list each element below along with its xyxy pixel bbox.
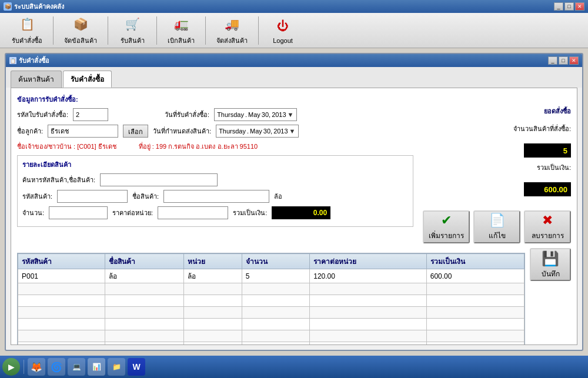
product-unit-label: ล้อ xyxy=(274,191,282,202)
add-item-label: เพิ่มรายการ xyxy=(429,230,464,241)
invoice-row: รหัสใบรับคำสั่งซื้อ: วันที่รับคำสั่งซื้อ… xyxy=(17,108,413,121)
col-code: รหัสสินค้า xyxy=(18,254,105,269)
menu-ship[interactable]: 🚚 จัดส่งสินค้า xyxy=(209,12,255,48)
unit-price-input[interactable] xyxy=(158,206,228,219)
order-date-dropdown-icon[interactable]: ▼ xyxy=(288,111,294,118)
col-unit: หน่วย xyxy=(183,254,242,269)
maximize-button[interactable]: □ xyxy=(564,2,574,11)
menu-bar: 📋 รับคำสั่งซื้อ 📦 จัดข้อสินค้า 🛒 รับสินค… xyxy=(0,13,588,48)
checkmark-icon: ✔ xyxy=(441,213,452,228)
taskbar-app5[interactable]: 📁 xyxy=(108,358,125,376)
product-code-input[interactable] xyxy=(57,190,128,203)
main-area: 📋 รับคำสั่งซื้อ _ □ ✕ ค้นหาสินค้า รับคำส… xyxy=(0,48,588,356)
save-icon: 💾 xyxy=(542,250,559,267)
qty-input[interactable] xyxy=(49,206,108,219)
order-date-label: วันที่รับคำสั่งซื้อ: xyxy=(165,109,209,120)
inner-minimize-button[interactable]: _ xyxy=(548,56,557,65)
customer-info-row: ชื่อเจ้าของ/ชาวบ้าน : [C001] ธีรเดช ที่อ… xyxy=(17,141,413,152)
taskbar-app2[interactable]: 🌀 xyxy=(48,358,65,376)
receive-icon: 🛒 xyxy=(123,15,142,34)
total-label: รวมเป็นเงิน: xyxy=(537,162,571,173)
taskbar-separator xyxy=(24,360,24,374)
tab-order[interactable]: รับคำสั่งซื้อ xyxy=(63,71,112,88)
customer-input[interactable] xyxy=(48,125,118,138)
order-icon: 📋 xyxy=(18,15,36,34)
menu-cancel[interactable]: 🚛 เบิกสินค้า xyxy=(161,12,202,48)
edit-item-button[interactable]: 📄 แก้ไข xyxy=(473,210,520,243)
inner-maximize-button[interactable]: □ xyxy=(559,56,568,65)
close-button[interactable]: ✕ xyxy=(575,2,584,11)
count-label: จำนวนสินค้าที่สั่งซื้อ: xyxy=(513,123,571,134)
delivery-date-date: 30, xyxy=(263,128,272,135)
order-date-field[interactable]: Thursday . May 30, 2013 ▼ xyxy=(214,108,296,121)
save-button[interactable]: 💾 บันทึก xyxy=(530,248,571,281)
taskbar-app3[interactable]: 💻 xyxy=(68,358,85,376)
product-fields-row: รหัสสินค้า: ชื่อสินค้า: ล้อ xyxy=(22,190,408,203)
row-total-label: รวมเป็นเงิน: xyxy=(233,208,267,218)
total-value: 600.00 xyxy=(524,182,571,196)
select-customer-button[interactable]: เลือก xyxy=(123,125,148,138)
menu-separator-2 xyxy=(108,16,108,45)
col-qty: จำนวน xyxy=(242,254,309,269)
delivery-date-field[interactable]: Thursday . May 30, 2013 ▼ xyxy=(216,125,298,138)
table-row: P001ล้อล้อ5120.00600.00 xyxy=(18,269,524,283)
menu-separator-5 xyxy=(258,16,259,45)
product-code-label: รหัสสินค้า: xyxy=(22,191,52,202)
product-table: รหัสสินค้า ชื่อสินค้า หน่วย จำนวน ราคาต่… xyxy=(18,253,524,345)
invoice-input[interactable] xyxy=(73,108,108,121)
customer-label: ชื่อลูกค้า: xyxy=(17,126,43,136)
minimize-button[interactable]: _ xyxy=(554,2,563,11)
col-name: ชื่อสินค้า xyxy=(105,254,183,269)
menu-order-label: รับคำสั่งซื้อ xyxy=(12,35,42,46)
product-detail-title: รายละเอียดสินค้า xyxy=(22,159,408,170)
menu-separator-1 xyxy=(53,16,54,45)
menu-cancel-label: เบิกสินค้า xyxy=(168,35,195,46)
delivery-date-day: Thursday xyxy=(219,128,246,135)
ship-icon: 🚚 xyxy=(223,15,242,34)
taskbar-app4[interactable]: 📊 xyxy=(88,358,105,376)
col-total: รวมเป็นเงิน xyxy=(426,254,524,269)
inner-close-button[interactable]: ✕ xyxy=(569,56,579,65)
manage-icon: 📦 xyxy=(71,15,90,34)
title-bar: 📦 ระบบสินค้าคงคลัง _ □ ✕ xyxy=(0,0,588,13)
invoice-label: รหัสใบรับคำสั่งซื้อ: xyxy=(17,109,68,120)
qty-label: จำนวน: xyxy=(22,208,44,218)
delivery-date-label: วันที่กำหนดส่งสินค้า: xyxy=(153,126,211,136)
inner-window-controls: _ □ ✕ xyxy=(548,56,579,65)
cancel-icon: 🚛 xyxy=(172,15,191,34)
start-button[interactable]: ▶ xyxy=(2,358,20,376)
delete-icon: ✖ xyxy=(542,213,553,228)
delete-item-button[interactable]: ✖ ลบรายการ xyxy=(524,210,571,243)
inner-window: 📋 รับคำสั่งซื้อ _ □ ✕ ค้นหาสินค้า รับคำส… xyxy=(5,53,583,351)
table-row-empty xyxy=(18,330,524,342)
edit-item-label: แก้ไข xyxy=(489,230,506,241)
customer-row: ชื่อลูกค้า: เลือก วันที่กำหนดส่งสินค้า: … xyxy=(17,125,413,138)
table-row-empty xyxy=(18,342,524,346)
menu-logout-label: Logout xyxy=(273,37,293,44)
table-row-empty xyxy=(18,283,524,295)
product-name-input[interactable] xyxy=(163,190,269,203)
count-value: 5 xyxy=(524,143,571,158)
add-item-button[interactable]: ✔ เพิ่มรายการ xyxy=(423,210,470,243)
table-row-empty xyxy=(18,295,524,307)
form-section-title: ข้อมูลการรับคำสั่งซื้อ: xyxy=(17,94,413,105)
total-row: รวมเป็นเงิน: xyxy=(537,162,571,173)
order-date-month: May xyxy=(248,111,260,118)
delivery-date-dropdown-icon[interactable]: ▼ xyxy=(289,128,296,135)
product-search-input[interactable] xyxy=(100,173,218,186)
col-price: ราคาต่อหน่วย xyxy=(310,254,427,269)
qty-price-row: จำนวน: ราคาต่อหน่วย: รวมเป็นเงิน: 0.00 xyxy=(22,206,408,219)
menu-order[interactable]: 📋 รับคำสั่งซื้อ xyxy=(5,12,49,48)
inner-title-bar: 📋 รับคำสั่งซื้อ _ □ ✕ xyxy=(6,54,582,67)
taskbar-firefox[interactable]: 🦊 xyxy=(28,358,45,376)
menu-manage[interactable]: 📦 จัดข้อสินค้า xyxy=(57,12,104,48)
menu-ship-label: จัดส่งสินค้า xyxy=(216,35,248,46)
logout-icon: ⏻ xyxy=(273,16,292,35)
tab-search[interactable]: ค้นหาสินค้า xyxy=(11,71,62,88)
menu-receive[interactable]: 🛒 รับสินค้า xyxy=(112,12,153,48)
taskbar-word[interactable]: W xyxy=(128,358,145,376)
product-search-label: ค้นหารหัสสินค้า,ชื่อสินค้า: xyxy=(22,175,95,185)
menu-logout[interactable]: ⏻ Logout xyxy=(262,14,303,46)
unit-price-label: ราคาต่อหน่วย: xyxy=(112,208,153,218)
product-table-container: รหัสสินค้า ชื่อสินค้า หน่วย จำนวน ราคาต่… xyxy=(17,253,525,345)
